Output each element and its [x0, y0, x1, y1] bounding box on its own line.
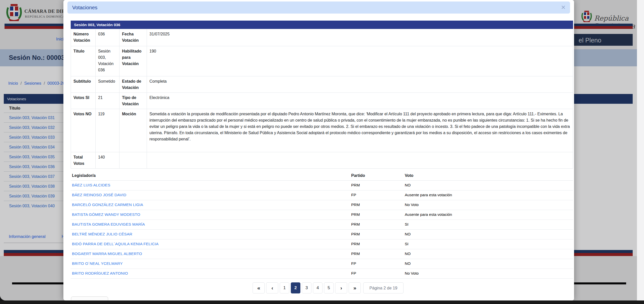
legislator-party: PRM: [351, 183, 360, 187]
legislator-row: BIDÓ PARRA DE DELL´AQUILA KENIA FELICIAP…: [71, 239, 573, 249]
pagination: « ‹ 12345 › » Página 2 de 19: [253, 282, 404, 293]
pagination-page-2[interactable]: 2: [291, 282, 300, 293]
header-partido: Partido: [351, 173, 365, 178]
empty-cell: [147, 152, 573, 169]
legislator-vote: Ausente para esta votación: [405, 193, 452, 197]
header-legislador: Legislador/a: [72, 173, 96, 178]
votaciones-modal: Votaciones × Sesión 003, Votación 036 Nú…: [63, 0, 574, 300]
legislator-row: BARCELÓ GONZÁLEZ CARMEN LIGIAPRMNo Voto: [71, 200, 573, 210]
legislator-row: BELTRÉ MÉNDEZ JULIO CÉSARPRMNO: [71, 230, 573, 239]
mocion-label: Moción: [119, 109, 147, 152]
tipo-label: Tipo de Votación: [119, 93, 147, 109]
legislator-name-link[interactable]: BÁEZ LUIS ALCIDES: [72, 183, 110, 187]
legislator-party: PRM: [351, 251, 360, 256]
page-edge-strip: [637, 0, 644, 300]
fecha-value: 31/07/2025: [147, 29, 573, 46]
pagination-next-button[interactable]: ›: [335, 282, 347, 293]
legislator-vote: No Voto: [405, 271, 419, 276]
legislator-name-link[interactable]: BÁEZ REINOSO JOSÉ DAVID: [72, 193, 126, 197]
subtitulo-value: Sometido: [96, 76, 119, 93]
pagination-page-4[interactable]: 4: [313, 282, 323, 293]
legislator-party: FP: [351, 193, 356, 197]
numero-label: Número Votación: [71, 29, 96, 46]
legislator-name-link[interactable]: BOGAERT MARRA MIGUEL ALBERTO: [72, 251, 142, 256]
legislator-row: BRITO RODRÍGUEZ ANTONIOFPNo Voto: [71, 269, 573, 279]
header-voto: Voto: [405, 173, 413, 178]
pagination-last-button[interactable]: »: [349, 282, 361, 293]
legislator-name-link[interactable]: BELTRÉ MÉNDEZ JULIO CÉSAR: [72, 232, 132, 236]
habilitado-value: 190: [147, 46, 573, 76]
legislator-party: PRM: [351, 222, 360, 227]
total-value: 140: [96, 152, 119, 169]
legislator-name-link[interactable]: BRITO RODRÍGUEZ ANTONIO: [72, 271, 128, 276]
legislator-row: BATISTA GÓMEZ WANDY MODESTOPRMAusente pa…: [71, 210, 573, 220]
pagination-status: Página 2 de 19: [363, 282, 404, 293]
pagination-first-button[interactable]: «: [253, 282, 265, 293]
legislator-party: PRM: [351, 212, 360, 217]
empty-cell: [119, 152, 147, 169]
window-bottom-edge: [0, 300, 644, 304]
legislator-vote: No Voto: [405, 202, 419, 207]
votos-no-label: Votos NO: [71, 109, 96, 152]
legislator-vote: SI: [405, 222, 409, 227]
vote-section-header: Sesión 003, Votación 036: [71, 21, 573, 29]
legislators-table-header: Legislador/a Partido Voto: [71, 172, 573, 181]
legislator-row: BAUTISTA GOMERA EDUVIGES MARÍAPRMSI: [71, 220, 573, 230]
votos-si-value: 21: [96, 93, 119, 109]
legislator-name-link[interactable]: BATISTA GÓMEZ WANDY MODESTO: [72, 212, 140, 217]
votos-si-label: Votos SI: [71, 93, 96, 109]
modal-title: Votaciones: [72, 2, 97, 14]
total-label: Total Votos: [71, 152, 96, 169]
mocion-value: Sometida a votación la propuesta de modi…: [147, 109, 573, 152]
habilitado-label: Habilitado para Votación: [119, 46, 147, 76]
fecha-label: Fecha Votación: [119, 29, 147, 46]
legislator-vote: NO: [405, 232, 411, 236]
legislator-row: BÁEZ REINOSO JOSÉ DAVIDFPAusente para es…: [71, 190, 573, 200]
tipo-value: Electrónica: [147, 93, 573, 109]
numero-value: 036: [96, 29, 119, 46]
legislator-row: BRITO O´NEAL YCELMARYFPNO: [71, 259, 573, 269]
legislator-vote: Ausente para esta votación: [405, 212, 452, 217]
legislator-party: FP: [351, 271, 356, 276]
legislator-name-link[interactable]: BIDÓ PARRA DE DELL´AQUILA KENIA FELICIA: [72, 242, 158, 246]
vote-detail-table: Número Votación 036 Fecha Votación 31/07…: [71, 29, 573, 169]
legislator-name-link[interactable]: BRITO O´NEAL YCELMARY: [72, 261, 123, 266]
legislator-row: BOGAERT MARRA MIGUEL ALBERTOPRMNO: [71, 249, 573, 259]
legislator-row: BÁEZ LUIS ALCIDESPRMNO: [71, 181, 573, 190]
legislator-party: PRM: [351, 242, 360, 246]
legislator-party: FP: [351, 261, 356, 266]
legislator-vote: NO: [405, 251, 411, 256]
legislator-vote: NO: [405, 183, 411, 187]
estado-value: Completa: [147, 76, 573, 93]
pagination-page-5[interactable]: 5: [324, 282, 334, 293]
pagination-page-3[interactable]: 3: [302, 282, 311, 293]
legislator-vote: NO: [405, 261, 411, 266]
legislator-party: PRM: [351, 232, 360, 236]
votos-no-value: 119: [96, 109, 119, 152]
modal-header: Votaciones ×: [67, 2, 570, 14]
pagination-page-1[interactable]: 1: [280, 282, 289, 293]
close-icon[interactable]: ×: [561, 2, 566, 13]
pagination-prev-button[interactable]: ‹: [266, 282, 278, 293]
subtitulo-label: Subtitulo: [71, 76, 96, 93]
titulo-value: Sesión 003, Votación 036: [96, 46, 119, 76]
legislator-vote: SI: [405, 242, 409, 246]
legislator-name-link[interactable]: BAUTISTA GOMERA EDUVIGES MARÍA: [72, 222, 145, 227]
legislator-party: PRM: [351, 202, 360, 207]
legislator-name-link[interactable]: BARCELÓ GONZÁLEZ CARMEN LIGIA: [72, 202, 143, 207]
estado-label: Estado de Votación: [119, 76, 147, 93]
titulo-label: Título: [71, 46, 96, 76]
legislators-table-body: BÁEZ LUIS ALCIDESPRMNOBÁEZ REINOSO JOSÉ …: [71, 181, 573, 279]
